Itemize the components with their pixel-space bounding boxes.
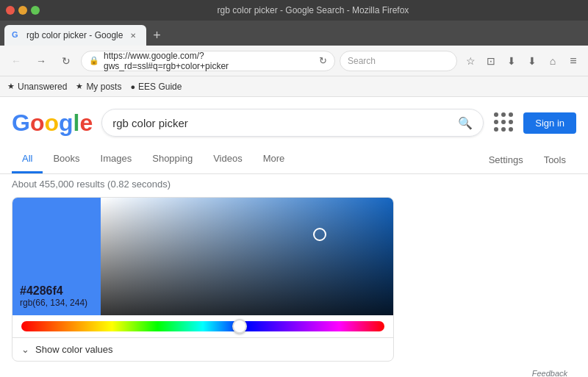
color-selector-circle[interactable]: [313, 228, 326, 241]
google-logo: Google: [12, 109, 93, 137]
new-tab-button[interactable]: +: [146, 25, 167, 46]
hue-slider-container: [12, 315, 393, 337]
bookmarks-bar: ★ Unanswered ★ My posts ● EES Guide: [0, 76, 588, 97]
browser-search-bar[interactable]: Search: [340, 51, 457, 71]
color-rgb-value: rgb(66, 134, 244): [20, 298, 93, 308]
nav-icons: ☆ ⊡ ⬇ ⬇ ⌂ ≡: [462, 52, 582, 70]
color-gradient-picker[interactable]: [101, 198, 393, 315]
hue-slider[interactable]: [21, 321, 384, 331]
back-button[interactable]: ←: [6, 51, 26, 71]
hue-thumb[interactable]: [232, 319, 247, 334]
chevron-down-icon: ⌄: [21, 344, 29, 355]
bookmark-unanswered-label: Unanswered: [18, 82, 67, 92]
color-picker-main: #4286f4 rgb(66, 134, 244): [12, 198, 393, 315]
feedback-row: Feedback: [12, 367, 576, 377]
tab-all[interactable]: All: [12, 146, 43, 173]
nav-bar: ← → ↻ 🔒 https://www.google.com/?gws_rd=s…: [0, 46, 588, 76]
bookmark-star-icon: ★: [7, 82, 15, 91]
title-bar: rgb color picker - Google Search - Mozil…: [0, 0, 588, 21]
browser-search-placeholder: Search: [348, 56, 376, 66]
logo-e: e: [79, 109, 93, 136]
forward-button[interactable]: →: [31, 51, 51, 71]
header-right: Sign in: [494, 112, 576, 134]
show-values-label: Show color values: [35, 344, 113, 355]
google-search-input[interactable]: [112, 117, 452, 129]
google-area: Google 🔍 Sign in: [0, 97, 588, 137]
bookmark-my-posts[interactable]: ★ My posts: [76, 82, 121, 92]
tab-favicon: G: [12, 30, 22, 40]
reload-button[interactable]: ↻: [56, 51, 76, 71]
tab-bar: G rgb color picker - Google ✕ +: [0, 21, 588, 46]
search-tabs: All Books Images Shopping Videos More Se…: [0, 146, 588, 174]
tab-title: rgb color picker - Google: [26, 30, 123, 40]
tab-tools[interactable]: Tools: [534, 147, 576, 173]
logo-o1: o: [30, 109, 45, 136]
apps-grid-icon[interactable]: [494, 112, 514, 133]
bookmark-unanswered[interactable]: ★ Unanswered: [7, 82, 67, 92]
google-search-box[interactable]: 🔍: [101, 109, 484, 137]
window-title: rgb color picker - Google Search - Mozil…: [44, 5, 582, 15]
tab-books[interactable]: Books: [43, 146, 90, 173]
bookmark-ees-guide-label: EES Guide: [138, 82, 182, 92]
tab-more[interactable]: More: [253, 146, 295, 173]
tab-videos[interactable]: Videos: [203, 146, 253, 173]
bookmark-star-icon-2: ★: [76, 82, 83, 91]
bookmark-my-posts-label: My posts: [86, 82, 121, 92]
address-bar[interactable]: 🔒 https://www.google.com/?gws_rd=ssl#q=r…: [81, 51, 335, 71]
tab-images[interactable]: Images: [90, 146, 143, 173]
lock-icon: 🔒: [89, 56, 99, 65]
url-text: https://www.google.com/?gws_rd=ssl#q=rgb…: [104, 51, 315, 71]
results-area: About 455,000 results (0.82 seconds) #42…: [0, 174, 588, 377]
color-preview-panel: #4286f4 rgb(66, 134, 244): [12, 198, 101, 315]
show-values-row[interactable]: ⌄ Show color values: [12, 337, 393, 361]
tab-close-button[interactable]: ✕: [127, 29, 139, 41]
tab-settings[interactable]: Settings: [478, 147, 534, 173]
tab-shopping[interactable]: Shopping: [142, 146, 203, 173]
window-buttons: [6, 6, 40, 15]
feedback-label[interactable]: Feedback: [532, 369, 567, 377]
maximize-window-button[interactable]: [31, 6, 40, 15]
menu-button[interactable]: ≡: [564, 52, 582, 70]
bookmark-circle-icon: ●: [130, 82, 135, 91]
logo-g2: g: [59, 109, 74, 136]
browser-tab[interactable]: G rgb color picker - Google ✕: [4, 25, 146, 46]
minimize-window-button[interactable]: [18, 6, 27, 15]
download-icon[interactable]: ⬇: [523, 52, 541, 70]
reload-icon: ↻: [319, 55, 327, 66]
search-header: Google 🔍 Sign in: [12, 109, 576, 137]
main-content: Google 🔍 Sign in: [0, 97, 588, 377]
logo-o2: o: [44, 109, 59, 136]
gradient-overlay: [101, 198, 393, 315]
sign-in-button[interactable]: Sign in: [523, 112, 576, 134]
color-picker-widget: #4286f4 rgb(66, 134, 244) ⌄ Show color v…: [12, 197, 394, 362]
color-hex-value: #4286f4: [20, 284, 93, 298]
pocket-icon[interactable]: ⬇: [503, 52, 520, 70]
logo-g1: G: [12, 109, 30, 136]
bookmark-icon[interactable]: ☆: [462, 52, 479, 70]
bookmark-ees-guide[interactable]: ● EES Guide: [130, 82, 182, 92]
result-count: About 455,000 results (0.82 seconds): [12, 179, 576, 190]
google-search-icon[interactable]: 🔍: [458, 116, 473, 130]
close-window-button[interactable]: [6, 6, 15, 15]
home-icon[interactable]: ⌂: [544, 52, 562, 70]
reader-icon[interactable]: ⊡: [482, 52, 500, 70]
